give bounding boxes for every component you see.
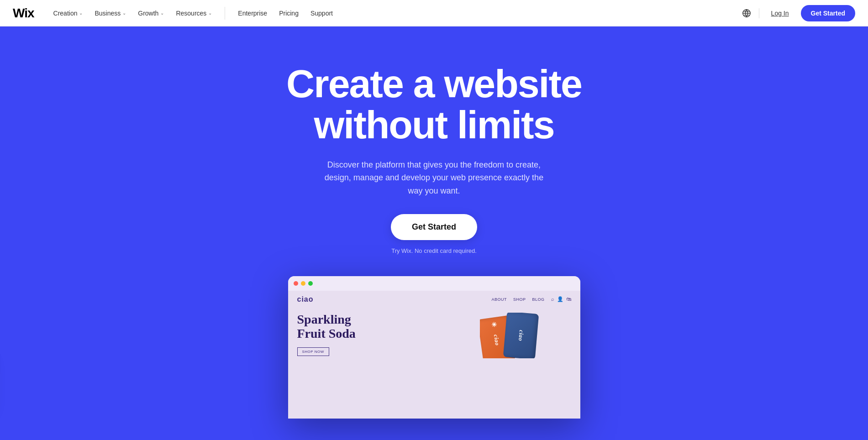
hero-title: Create a website without limits bbox=[286, 63, 582, 146]
mini-shop-now-button[interactable]: SHOP NOW bbox=[297, 347, 329, 356]
nav-growth[interactable]: Growth ⌄ bbox=[133, 7, 168, 20]
chevron-down-icon: ⌄ bbox=[122, 10, 126, 16]
mini-site-links: ABOUT SHOP BLOG ⌕ 👤 🛍 bbox=[491, 296, 571, 302]
search-icon: ⌕ bbox=[551, 296, 554, 302]
hero-get-started-button[interactable]: Get Started bbox=[391, 214, 477, 240]
browser-preview-area: 🗄 Sales $212K bbox=[0, 276, 868, 419]
globe-icon[interactable] bbox=[742, 8, 752, 18]
browser-bar bbox=[288, 276, 580, 291]
mini-site-heading: Sparkling Fruit Soda bbox=[297, 313, 473, 341]
mini-site-logo: ciao bbox=[297, 295, 314, 304]
login-button[interactable]: Log In bbox=[767, 7, 794, 20]
nav-get-started-button[interactable]: Get Started bbox=[801, 5, 855, 21]
hero-subtitle: Discover the platform that gives you the… bbox=[320, 158, 548, 198]
navbar: Wix Creation ⌄ Business ⌄ Growth ⌄ Resou… bbox=[0, 0, 868, 26]
browser-window: ciao ABOUT SHOP BLOG ⌕ 👤 🛍 bbox=[288, 276, 580, 419]
chevron-down-icon: ⌄ bbox=[160, 10, 164, 16]
can-label-orange: ciao bbox=[492, 334, 500, 346]
nav-resources[interactable]: Resources ⌄ bbox=[171, 7, 216, 20]
nav-right-divider bbox=[759, 8, 759, 18]
hero-section: Create a website without limits Discover… bbox=[0, 0, 868, 440]
mini-site-navbar: ciao ABOUT SHOP BLOG ⌕ 👤 🛍 bbox=[288, 291, 580, 308]
nav-creation[interactable]: Creation ⌄ bbox=[49, 7, 88, 20]
nav-support[interactable]: Support bbox=[306, 7, 337, 20]
browser-dot-yellow bbox=[301, 281, 305, 286]
browser-content: ciao ABOUT SHOP BLOG ⌕ 👤 🛍 bbox=[288, 291, 580, 419]
can-label-blue: ciao bbox=[516, 330, 525, 341]
mini-site-text-area: Sparkling Fruit Soda SHOP NOW bbox=[297, 313, 473, 358]
mini-site-link-blog: BLOG bbox=[532, 297, 544, 302]
mini-site-link-about: ABOUT bbox=[491, 297, 507, 302]
mini-site-icons: ⌕ 👤 🛍 bbox=[551, 296, 571, 302]
chevron-down-icon: ⌄ bbox=[208, 10, 212, 16]
hero-note: Try Wix. No credit card required. bbox=[286, 247, 582, 254]
browser-dot-green bbox=[308, 281, 313, 286]
nav-business[interactable]: Business ⌄ bbox=[90, 7, 131, 20]
mini-site-body: Sparkling Fruit Soda SHOP NOW ✳ ciao cia… bbox=[288, 308, 580, 363]
nav-divider bbox=[225, 7, 225, 20]
chevron-down-icon: ⌄ bbox=[79, 10, 83, 16]
nav-primary-links: Creation ⌄ Business ⌄ Growth ⌄ Resources… bbox=[49, 7, 742, 20]
user-icon: 👤 bbox=[557, 296, 563, 302]
nav-right: Log In Get Started bbox=[742, 5, 855, 21]
mini-site-link-shop: SHOP bbox=[513, 297, 526, 302]
mini-site-cans: ✳ ciao ciao bbox=[480, 313, 571, 358]
hero-content: Create a website without limits Discover… bbox=[277, 26, 591, 254]
browser-dot-red bbox=[294, 281, 298, 286]
can-blue: ciao bbox=[503, 313, 538, 358]
wix-logo[interactable]: Wix bbox=[13, 6, 34, 21]
cart-icon: 🛍 bbox=[566, 296, 571, 302]
can-star-icon: ✳ bbox=[491, 320, 498, 329]
nav-pricing[interactable]: Pricing bbox=[274, 7, 303, 20]
nav-enterprise[interactable]: Enterprise bbox=[233, 7, 272, 20]
